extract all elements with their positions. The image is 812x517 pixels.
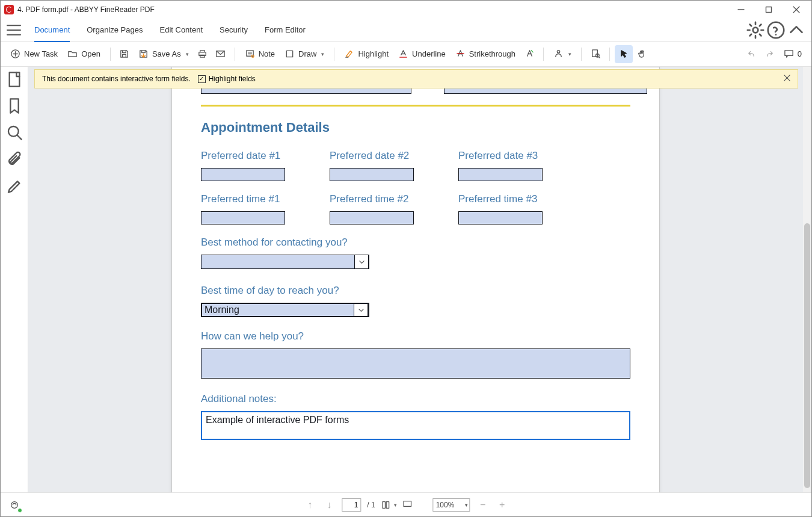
next-page-button[interactable]: ↓ xyxy=(322,500,336,510)
chevron-down-icon: ▾ xyxy=(186,51,189,57)
svg-point-2 xyxy=(768,22,784,37)
hamburger-menu[interactable] xyxy=(5,22,22,39)
status-bar: ↑ ↓ / 1 ▾ 100%▾ − + xyxy=(1,492,811,516)
separator xyxy=(235,48,235,61)
svg-rect-18 xyxy=(383,501,385,508)
undo-button[interactable] xyxy=(743,45,761,63)
separator xyxy=(543,48,544,61)
info-bar: This document contains interactive form … xyxy=(34,69,798,88)
date3-label: Preferred date #3 xyxy=(458,150,543,162)
settings-button[interactable] xyxy=(745,20,766,40)
time3-field[interactable] xyxy=(458,211,543,224)
help-button[interactable] xyxy=(766,20,786,40)
save-as-label: Save As xyxy=(152,49,181,58)
status-dot-icon xyxy=(17,508,22,513)
new-task-label: New Task xyxy=(24,49,58,58)
help-textarea[interactable] xyxy=(201,348,630,379)
fit-width-button[interactable] xyxy=(403,499,413,510)
svg-rect-14 xyxy=(785,51,793,56)
time2-label: Preferred time #2 xyxy=(330,193,414,205)
close-button[interactable] xyxy=(783,1,810,19)
strikethrough-label: Strikethrough xyxy=(469,49,515,58)
highlight-label: Highlight xyxy=(358,49,389,58)
draw-button[interactable]: Draw ▾ xyxy=(280,45,329,63)
highlight-fields-label: Highlight fields xyxy=(209,75,256,83)
note-button[interactable]: Note xyxy=(240,45,280,63)
redo-button[interactable] xyxy=(761,45,779,63)
highlight-fields-checkbox[interactable]: ✓ xyxy=(198,75,206,83)
email-button[interactable] xyxy=(212,45,230,63)
tab-document[interactable]: Document xyxy=(26,19,78,42)
best-time-dropdown[interactable]: Morning xyxy=(201,303,369,317)
date2-label: Preferred date #2 xyxy=(330,150,414,162)
scrollbar-thumb[interactable] xyxy=(804,223,810,488)
select-tool-button[interactable] xyxy=(615,45,633,63)
window-title: 4. PDF form.pdf - ABBYY FineReader PDF xyxy=(17,5,155,14)
underline-button[interactable]: Underline xyxy=(393,45,451,63)
save-button[interactable] xyxy=(115,45,134,63)
chevron-down-icon xyxy=(354,303,368,317)
infobar-close-button[interactable] xyxy=(784,75,790,83)
time3-label: Preferred time #3 xyxy=(458,193,543,205)
info-message: This document contains interactive form … xyxy=(42,75,191,83)
date3-field[interactable] xyxy=(458,168,543,181)
tab-organize-pages[interactable]: Organize Pages xyxy=(78,19,151,42)
date1-field[interactable] xyxy=(201,168,285,181)
date2-field[interactable] xyxy=(330,168,414,181)
pages-panel-button[interactable] xyxy=(5,70,23,88)
help-label: How can we help you? xyxy=(201,330,630,342)
chevron-down-icon xyxy=(354,255,369,269)
svg-rect-19 xyxy=(387,501,389,508)
collapse-ribbon-button[interactable] xyxy=(786,20,807,40)
best-time-label: Best time of day to reach you? xyxy=(201,285,630,297)
hand-tool-button[interactable] xyxy=(633,45,651,63)
chevron-down-icon: ▾ xyxy=(321,51,324,57)
search-panel-button[interactable] xyxy=(5,123,23,141)
strikethrough-button[interactable]: Strikethrough xyxy=(451,45,520,63)
time1-field[interactable] xyxy=(201,211,285,224)
bookmarks-panel-button[interactable] xyxy=(5,97,23,115)
svg-point-11 xyxy=(557,51,559,53)
highlight-button[interactable]: Highlight xyxy=(339,45,393,63)
section-divider xyxy=(201,105,630,107)
tab-form-editor[interactable]: Form Editor xyxy=(256,19,314,42)
time1-label: Preferred time #1 xyxy=(201,193,285,205)
find-button[interactable] xyxy=(586,45,604,63)
svg-rect-0 xyxy=(766,7,772,13)
svg-point-1 xyxy=(753,27,758,33)
comments-button[interactable]: 0 xyxy=(779,45,807,63)
underline-label: Underline xyxy=(412,49,446,58)
tab-security[interactable]: Security xyxy=(211,19,256,42)
open-label: Open xyxy=(81,49,100,58)
zoom-in-button[interactable]: + xyxy=(496,500,509,510)
new-task-button[interactable]: New Task xyxy=(5,45,63,63)
zoom-select[interactable]: 100%▾ xyxy=(433,498,470,512)
vertical-scrollbar[interactable] xyxy=(803,67,811,492)
svg-rect-6 xyxy=(200,55,205,57)
open-button[interactable]: Open xyxy=(63,45,105,63)
sign-panel-button[interactable] xyxy=(5,176,23,194)
time2-field[interactable] xyxy=(330,211,414,224)
page-layout-button[interactable]: ▾ xyxy=(381,500,397,510)
notes-label: Additional notes: xyxy=(201,393,630,405)
pdf-page: Phone number Email address Appointment D… xyxy=(171,67,660,492)
left-sidebar xyxy=(1,67,28,492)
zoom-out-button[interactable]: − xyxy=(476,500,490,510)
attachments-panel-button[interactable] xyxy=(5,150,23,168)
prev-page-button[interactable]: ↑ xyxy=(303,500,316,510)
svg-rect-10 xyxy=(286,51,292,57)
signature-button[interactable]: ▾ xyxy=(549,45,576,63)
page-number-input[interactable] xyxy=(342,498,361,512)
comments-count: 0 xyxy=(798,49,802,58)
save-as-button[interactable]: Save As ▾ xyxy=(134,45,194,63)
minimize-button[interactable] xyxy=(727,1,755,19)
notes-textarea[interactable]: Example of interactive PDF forms xyxy=(201,411,630,440)
print-button[interactable] xyxy=(194,45,212,63)
tab-edit-content[interactable]: Edit Content xyxy=(151,19,211,42)
background-tasks-button[interactable] xyxy=(7,497,22,513)
zoom-value: 100% xyxy=(436,501,455,509)
text-style-button[interactable] xyxy=(520,45,538,63)
contact-method-dropdown[interactable] xyxy=(201,255,369,269)
maximize-button[interactable] xyxy=(755,1,783,19)
separator xyxy=(334,48,334,61)
